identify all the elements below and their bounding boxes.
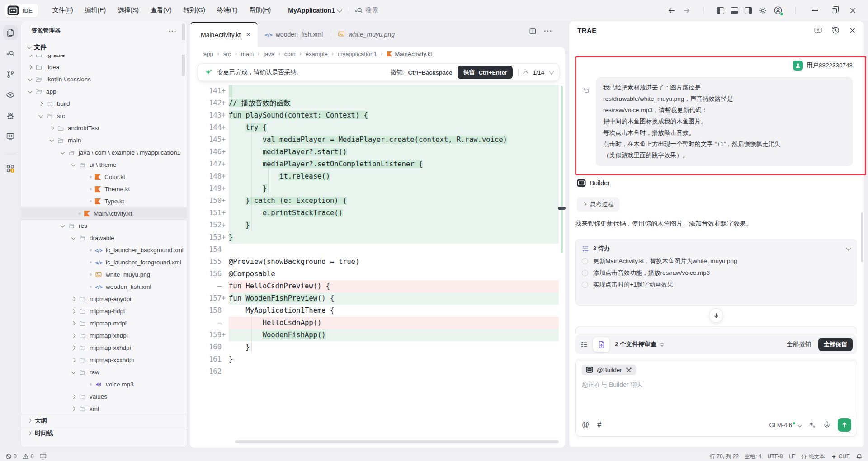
tree-item[interactable]: Type.kt (21, 195, 187, 207)
tree-item[interactable]: </>ic_launcher_background.xml (21, 244, 187, 256)
reject-changes-button[interactable]: 撤销 (391, 68, 403, 76)
breadcrumb-segment[interactable]: app (203, 51, 213, 57)
close-window-button[interactable] (846, 7, 859, 14)
breadcrumb-segment[interactable]: com (284, 51, 296, 57)
tree-item[interactable]: raw (21, 366, 187, 378)
activity-source-control-icon[interactable] (3, 67, 18, 81)
forward-button[interactable] (682, 6, 691, 15)
tree-item[interactable]: white_muyu.png (21, 268, 187, 281)
tab-MainActivity.kt[interactable]: MainActivity.kt× (190, 22, 258, 47)
breadcrumb-segment[interactable]: main (241, 51, 254, 57)
tree-item[interactable]: .kotlin \ sessions (21, 73, 187, 85)
microphone-icon[interactable] (823, 421, 831, 429)
tree-item[interactable]: mipmap-mdpi (21, 317, 187, 329)
editor-more-button[interactable]: ··· (544, 27, 552, 35)
menu-V[interactable]: 查看(V) (146, 5, 176, 16)
activity-debug-bug-icon[interactable] (3, 108, 18, 123)
tree-item[interactable]: java \ com \ example \ myapplication1 (21, 146, 187, 159)
tree-item[interactable]: mipmap-xxxhdpi (21, 354, 187, 366)
tree-item[interactable]: drawable (21, 232, 187, 244)
menu-F[interactable]: 文件(F) (48, 5, 78, 16)
todo-checkbox[interactable] (582, 282, 588, 288)
chat-scrollbar[interactable] (861, 212, 863, 262)
checklist-icon[interactable] (580, 341, 588, 348)
file-review-toggle[interactable] (593, 337, 609, 352)
status-item[interactable]: 行 70, 列 22 (710, 453, 739, 461)
remote-screen-icon[interactable] (39, 453, 47, 460)
code-view[interactable]: 141+142+// 播放音效的函数143+fun playSound(cont… (190, 85, 565, 378)
mention-icon[interactable]: @ (582, 421, 589, 429)
tree-item[interactable]: Color.kt (21, 171, 187, 183)
hash-icon[interactable]: # (597, 421, 601, 429)
breadcrumb-segment[interactable]: myapplication1 (338, 51, 377, 57)
status-item[interactable]: 空格: 4 (745, 453, 761, 461)
tree-item[interactable]: mipmap-xxhdpi (21, 342, 187, 354)
enhance-prompt-icon[interactable] (808, 421, 816, 429)
scroll-to-bottom-button[interactable] (709, 308, 723, 323)
todo-checkbox[interactable] (582, 258, 588, 264)
tree-item[interactable]: values (21, 390, 187, 403)
tree-item[interactable]: mipmap-anydpi (21, 293, 187, 305)
breadcrumb-file[interactable]: MainActivity.kt (387, 51, 432, 57)
restore-button[interactable] (832, 8, 837, 13)
warning-count[interactable]: 0 (23, 453, 34, 460)
global-search[interactable]: 搜索 (354, 6, 378, 14)
tree-item[interactable]: </>ic_launcher_foreground.xml (21, 256, 187, 268)
project-switcher[interactable]: MyApplication1 (288, 7, 341, 14)
toggle-bottom-panel-icon[interactable] (731, 7, 738, 14)
tree-item[interactable]: </>wooden_fish.xml (21, 281, 187, 293)
tree-item[interactable]: main (21, 134, 187, 146)
menu-G[interactable]: 转到(G) (179, 5, 210, 16)
tree-item[interactable]: build (21, 98, 187, 110)
todo-item[interactable]: 更新MainActivity.kt，替换木鱼图片为white_muyu.png (582, 257, 850, 265)
menu-H[interactable]: 帮助(H) (245, 5, 275, 16)
tree-item[interactable]: Theme.kt (21, 183, 187, 195)
tree-item[interactable]: res (21, 220, 187, 232)
editor-scroll-marker[interactable] (558, 207, 566, 210)
tree-item[interactable]: MainActivity.kt (21, 207, 187, 220)
menu-T[interactable]: 终端(T) (212, 5, 242, 16)
tab-white_muyu.png[interactable]: white_muyu.png (330, 22, 402, 47)
tree-item[interactable]: .idea (21, 61, 187, 73)
prev-change-button[interactable] (523, 71, 528, 75)
model-selector[interactable]: GLM-4.6 (769, 422, 801, 428)
status-item[interactable]: {}纯文本 (801, 453, 825, 461)
tree-item[interactable]: mipmap-hdpi (21, 305, 187, 317)
chat-input-placeholder[interactable]: 您正在与 Builder 聊天 (582, 381, 850, 389)
breadcrumb-segment[interactable]: example (306, 51, 328, 57)
menu-E[interactable]: 编辑(E) (80, 5, 111, 16)
tree-item[interactable]: src (21, 110, 187, 122)
tree-item[interactable]: mipmap-xhdpi (21, 329, 187, 342)
breadcrumb-segment[interactable]: src (223, 51, 231, 57)
tree-item[interactable]: ui \ theme (21, 159, 187, 171)
agent-chip[interactable]: @Builder (582, 365, 636, 375)
app-logo-pill[interactable]: IDE (5, 4, 38, 18)
status-item[interactable]: CUE (831, 453, 850, 460)
toggle-left-panel-icon[interactable] (717, 7, 724, 14)
account-avatar[interactable] (774, 6, 783, 15)
tree-item[interactable]: androidTest (21, 122, 187, 134)
editor-horizontal-scrollbar[interactable] (235, 440, 559, 443)
activity-search-icon[interactable] (3, 46, 18, 61)
activity-preview-eye-icon[interactable] (3, 88, 18, 102)
activity-code-window-icon[interactable] (3, 129, 18, 144)
bell-icon[interactable] (856, 453, 863, 460)
toggle-right-panel-icon[interactable] (745, 7, 752, 14)
status-item[interactable]: UTF-8 (767, 453, 783, 460)
tree-item[interactable]: app (21, 85, 187, 98)
tree-item[interactable]: xml (21, 403, 187, 414)
send-button[interactable] (838, 418, 851, 432)
thinking-process-toggle[interactable]: 思考过程 (577, 197, 620, 212)
keep-all-button[interactable]: 全部保留 (818, 338, 853, 351)
todo-item[interactable]: 添加点击音效功能，播放res/raw/voice.mp3 (582, 269, 850, 277)
collapse-todo-icon[interactable] (846, 245, 851, 250)
status-item[interactable]: LF (788, 453, 795, 460)
close-tab-icon[interactable]: × (246, 31, 250, 39)
next-change-button[interactable] (549, 69, 554, 74)
tree-item[interactable]: voice.mp3 (21, 378, 187, 390)
chat-input-area[interactable]: @Builder 您正在与 Builder 聊天 @ # GLM-4.6 (575, 359, 857, 437)
activity-files-explorer-icon[interactable] (3, 25, 18, 40)
todo-item[interactable]: 实现点击时的+1飘字动画效果 (582, 281, 850, 289)
back-button[interactable] (667, 6, 676, 15)
keep-changes-button[interactable]: 保留 Ctrl+Enter (458, 66, 512, 79)
